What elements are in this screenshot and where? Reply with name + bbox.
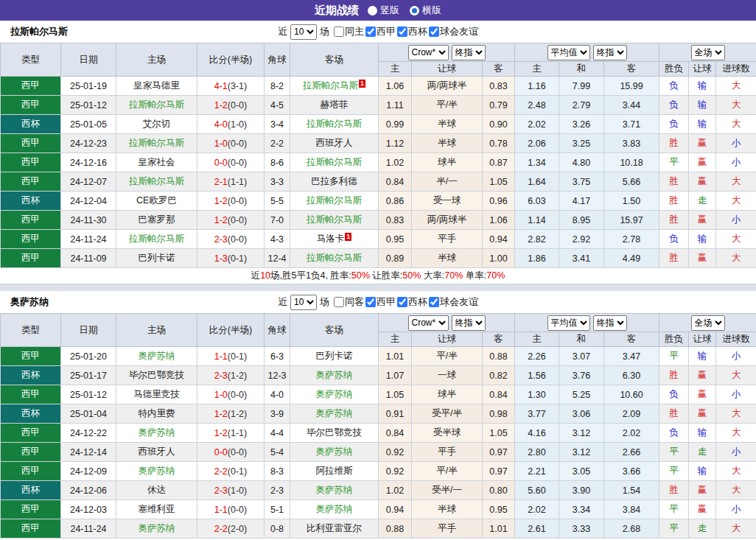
match-row: 西甲25-01-20奥萨苏纳1-1(0-1)6-3巴列卡诺1.01平/半0.88… bbox=[1, 347, 756, 366]
average-select[interactable]: 平均值 bbox=[547, 315, 590, 331]
filter-checkbox[interactable] bbox=[334, 27, 344, 37]
score-cell: 1-2(1-2) bbox=[197, 404, 265, 424]
result-win-draw-loss: 胜 bbox=[659, 192, 689, 211]
handicap-line: 球半 bbox=[412, 153, 483, 172]
radio-icon[interactable] bbox=[368, 6, 377, 15]
away-team: 拉斯帕尔马斯 bbox=[290, 192, 379, 211]
home-team-name: 奥萨苏纳 bbox=[139, 351, 175, 361]
bookmaker-select[interactable]: Crow* bbox=[408, 315, 449, 331]
score-cell: 0-0(0-0) bbox=[197, 443, 265, 462]
radio-selected-icon[interactable] bbox=[410, 6, 419, 15]
final-odds-select[interactable]: 终指 bbox=[452, 315, 486, 331]
avg-home-odds: 1.14 bbox=[515, 211, 559, 230]
match-row: 西甲24-12-07拉斯帕尔马斯2-1(1-1)3-3巴拉多利德0.84半/一1… bbox=[1, 172, 756, 192]
avg-draw-odds: 3.06 bbox=[559, 404, 604, 424]
final-odds-select-2[interactable]: 终指 bbox=[593, 315, 627, 331]
match-date: 24-12-16 bbox=[61, 153, 116, 172]
crow-home-odds: 1.07 bbox=[379, 366, 412, 385]
corner-count: 5-4 bbox=[265, 443, 290, 462]
match-date: 24-11-24 bbox=[61, 230, 116, 249]
home-team: 奥萨苏纳 bbox=[116, 519, 197, 539]
games-count-select[interactable]: 10 bbox=[290, 295, 317, 310]
average-select[interactable]: 平均值 bbox=[547, 45, 590, 60]
avg-away-odds: 2.78 bbox=[604, 230, 659, 249]
fulltime-score: 1-2 bbox=[214, 428, 228, 438]
home-team-name: 西班牙人 bbox=[139, 446, 175, 457]
away-team-name: 赫塔菲 bbox=[321, 99, 349, 110]
halftime-score: (1-0) bbox=[228, 119, 247, 130]
avg-away-odds: 2.09 bbox=[604, 404, 659, 424]
away-team-name: 拉斯帕尔马斯 bbox=[307, 195, 362, 206]
away-team: 拉斯帕尔马斯 bbox=[290, 211, 379, 230]
handicap-line: 球半 bbox=[412, 385, 483, 404]
avg-home-odds: 1.16 bbox=[515, 77, 559, 96]
result-goals: 小 bbox=[716, 347, 756, 366]
score-cell: 1-3(0-1) bbox=[197, 249, 265, 268]
home-team: 拉斯帕尔马斯 bbox=[116, 230, 197, 249]
fullmatch-select[interactable]: 全场 bbox=[691, 315, 725, 331]
filter-option-label: 西杯 bbox=[408, 295, 427, 309]
fullmatch-select[interactable]: 全场 bbox=[691, 45, 725, 60]
final-odds-select[interactable]: 终指 bbox=[452, 45, 486, 60]
handicap-line: 受半球 bbox=[412, 424, 483, 443]
filter-option-同主[interactable]: 同主 bbox=[334, 25, 364, 38]
avg-away-odds: 2.66 bbox=[604, 443, 659, 462]
filter-option-同客[interactable]: 同客 bbox=[334, 295, 364, 309]
away-team-name: 奥萨苏纳 bbox=[316, 504, 353, 514]
avg-draw-odds: 3.33 bbox=[559, 519, 604, 539]
games-count-select[interactable]: 10 bbox=[290, 24, 317, 40]
filter-checkbox[interactable] bbox=[334, 297, 344, 307]
halftime-score: (0-0) bbox=[228, 138, 247, 149]
league-type-badge: 西甲 bbox=[1, 77, 61, 96]
away-team: 西班牙人 bbox=[290, 134, 379, 153]
sub-header-handicap-result: 让球 bbox=[689, 62, 716, 77]
filter-checkbox[interactable] bbox=[429, 27, 439, 37]
result-win-draw-loss: 负 bbox=[659, 115, 689, 134]
filter-option-球会友谊[interactable]: 球会友谊 bbox=[429, 25, 478, 38]
filter-option-球会友谊[interactable]: 球会友谊 bbox=[429, 295, 478, 309]
corner-count: 0-8 bbox=[265, 519, 290, 539]
result-handicap: 输 bbox=[689, 347, 716, 366]
final-odds-select-2[interactable]: 终指 bbox=[593, 45, 627, 60]
home-team-name: 马德里竞技 bbox=[133, 389, 180, 399]
avg-draw-odds: 7.99 bbox=[559, 77, 604, 96]
summary-text: 大率: bbox=[421, 270, 444, 281]
match-date: 24-11-24 bbox=[61, 519, 116, 539]
halftime-score: (1-2) bbox=[228, 409, 247, 419]
col-header-type: 类型 bbox=[1, 314, 61, 347]
avg-home-odds: 3.77 bbox=[515, 404, 559, 424]
score-cell: 1-2(1-1) bbox=[197, 424, 265, 443]
halftime-score: (0-0) bbox=[228, 196, 247, 206]
crow-away-odds: 0.87 bbox=[483, 153, 515, 172]
filter-option-label: 球会友谊 bbox=[440, 25, 478, 38]
col-header-type: 类型 bbox=[1, 43, 61, 77]
filter-checkbox[interactable] bbox=[397, 297, 407, 307]
filter-checkbox[interactable] bbox=[397, 27, 407, 37]
result-handicap: 赢 bbox=[689, 134, 716, 153]
radio-vertical-layout[interactable]: 竖版 bbox=[368, 4, 399, 17]
crow-away-odds: 0.78 bbox=[483, 134, 515, 153]
home-team: 巴塞罗那 bbox=[116, 211, 197, 230]
filter-option-西杯[interactable]: 西杯 bbox=[397, 25, 427, 38]
away-team-name: 奥萨苏纳 bbox=[316, 370, 353, 380]
filter-option-西甲[interactable]: 西甲 bbox=[365, 25, 396, 38]
crow-home-odds: 0.99 bbox=[379, 115, 412, 134]
radio-horizontal-layout[interactable]: 横版 bbox=[410, 4, 441, 17]
filter-checkbox[interactable] bbox=[365, 297, 376, 307]
home-team: 奥萨苏纳 bbox=[116, 424, 197, 443]
match-date: 24-11-09 bbox=[61, 249, 116, 268]
score-cell: 2-3(1-2) bbox=[197, 366, 265, 385]
home-team: 皇家马德里 bbox=[116, 77, 197, 96]
home-team-name: 塞维利亚 bbox=[139, 504, 175, 514]
result-handicap: 输 bbox=[689, 96, 716, 115]
col-header-score: 比分(半场) bbox=[197, 314, 265, 347]
avg-home-odds: 2.61 bbox=[515, 519, 559, 539]
filter-option-西杯[interactable]: 西杯 bbox=[397, 295, 427, 309]
filter-option-西甲[interactable]: 西甲 bbox=[365, 295, 396, 309]
fulltime-score: 2-2 bbox=[214, 524, 228, 534]
match-date: 25-01-04 bbox=[61, 404, 116, 424]
filter-checkbox[interactable] bbox=[429, 297, 439, 307]
filter-checkbox[interactable] bbox=[365, 27, 376, 37]
result-handicap: 赢 bbox=[689, 500, 716, 519]
bookmaker-select[interactable]: Crow* bbox=[408, 45, 449, 60]
